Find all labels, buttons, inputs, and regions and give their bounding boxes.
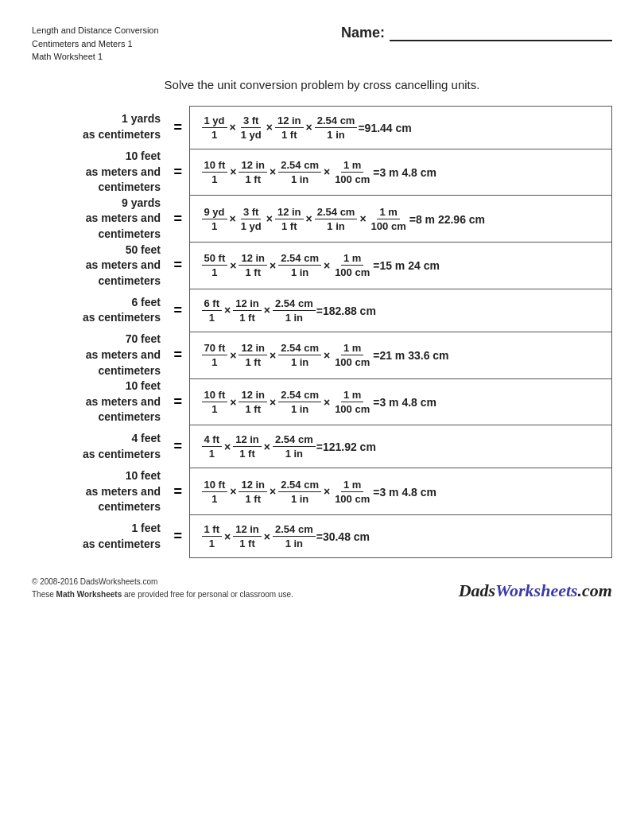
solution-1: 10 ft 1 × 12 in 1 ft × 2.54 cm 1 in × 1 …	[189, 149, 612, 196]
fraction: 1 m 100 cm	[332, 389, 372, 415]
times-icon: ×	[230, 259, 236, 272]
times-icon: ×	[270, 349, 276, 362]
title-line3: Math Worksheet 1	[32, 50, 159, 64]
result: =182.88 cm	[316, 304, 376, 316]
fraction: 6 ft 1	[202, 297, 223, 324]
times-icon: ×	[230, 121, 236, 134]
result: =3 m 4.8 cm	[373, 165, 436, 178]
equals-sign-2: =	[167, 196, 189, 243]
times-icon: ×	[264, 530, 270, 543]
fraction: 2.54 cm 1 in	[315, 206, 358, 232]
times-icon: ×	[264, 304, 270, 316]
times-icon: ×	[224, 530, 231, 543]
fraction: 10 ft 1	[202, 389, 228, 415]
title-line1: Length and Distance Conversion	[32, 24, 159, 37]
name-field: Name:	[341, 24, 612, 41]
solution-0: 1 yd 1 × 3 ft 1 yd × 12 in 1 ft × 2.54 c…	[189, 106, 612, 149]
times-icon: ×	[306, 121, 312, 134]
solution-8: 10 ft 1 × 12 in 1 ft × 2.54 cm 1 in × 1 …	[189, 468, 612, 515]
footer-left: © 2008-2016 DadsWorksheets.com These Mat…	[32, 576, 293, 601]
times-icon: ×	[324, 165, 330, 178]
fraction: 12 in 1 ft	[233, 523, 262, 549]
times-icon: ×	[224, 440, 231, 453]
problem-label-9: 1 feetas centimeters	[32, 515, 167, 558]
disclaimer: These Math Worksheets are provided free …	[32, 588, 293, 601]
times-icon: ×	[359, 212, 366, 225]
name-underline[interactable]	[390, 24, 612, 41]
times-icon: ×	[270, 485, 276, 498]
instructions-text: Solve the unit conversion problem by cro…	[32, 78, 612, 91]
fraction: 3 ft 1 yd	[239, 114, 264, 141]
footer: © 2008-2016 DadsWorksheets.com These Mat…	[32, 576, 612, 601]
fraction: 50 ft 1	[202, 252, 228, 278]
copyright: © 2008-2016 DadsWorksheets.com	[32, 576, 293, 588]
problems-table: 1 yardsas centimeters= 1 yd 1 × 3 ft 1 y…	[32, 106, 612, 559]
times-icon: ×	[324, 396, 330, 409]
times-icon: ×	[266, 121, 273, 134]
solution-4: 6 ft 1 × 12 in 1 ft × 2.54 cm 1 in =182.…	[189, 289, 612, 332]
equals-sign-8: =	[167, 468, 189, 515]
fraction: 1 m 100 cm	[332, 159, 372, 185]
fraction: 12 in 1 ft	[233, 297, 262, 324]
name-label: Name:	[341, 25, 385, 41]
fraction: 12 in 1 ft	[275, 206, 304, 232]
result: =3 m 4.8 cm	[373, 485, 436, 498]
fraction: 1 yd 1	[202, 114, 227, 141]
fraction: 70 ft 1	[202, 342, 228, 368]
times-icon: ×	[230, 165, 236, 178]
header-left: Length and Distance Conversion Centimete…	[32, 24, 159, 64]
times-icon: ×	[230, 349, 236, 362]
problem-label-2: 9 yardsas meters andcentimeters	[32, 196, 167, 243]
problem-label-1: 10 feetas meters andcentimeters	[32, 149, 167, 196]
fraction: 10 ft 1	[202, 479, 228, 505]
equals-sign-9: =	[167, 515, 189, 558]
times-icon: ×	[324, 349, 330, 362]
result: =8 m 22.96 cm	[409, 212, 485, 225]
fraction: 10 ft 1	[202, 159, 228, 185]
fraction: 2.54 cm 1 in	[273, 523, 316, 549]
fraction: 9 yd 1	[202, 206, 227, 232]
fraction: 12 in 1 ft	[239, 252, 267, 278]
header: Length and Distance Conversion Centimete…	[32, 24, 612, 64]
equals-sign-6: =	[167, 378, 189, 425]
result: =3 m 4.8 cm	[373, 396, 436, 409]
times-icon: ×	[230, 212, 236, 225]
times-icon: ×	[230, 396, 236, 409]
fraction: 2.54 cm 1 in	[278, 342, 321, 368]
times-icon: ×	[224, 304, 231, 316]
fraction: 1 m 100 cm	[332, 342, 372, 368]
equals-sign-4: =	[167, 289, 189, 332]
problem-label-0: 1 yardsas centimeters	[32, 106, 167, 149]
fraction: 3 ft 1 yd	[239, 206, 264, 232]
fraction: 12 in 1 ft	[239, 389, 267, 415]
footer-logo: DadsWorksheets.com	[459, 580, 612, 601]
times-icon: ×	[270, 259, 276, 272]
result: =121.92 cm	[316, 440, 376, 453]
problem-label-6: 10 feetas meters andcentimeters	[32, 378, 167, 425]
problem-label-5: 70 feetas meters andcentimeters	[32, 332, 167, 378]
times-icon: ×	[270, 396, 276, 409]
result: =21 m 33.6 cm	[373, 349, 448, 362]
problem-label-7: 4 feetas centimeters	[32, 425, 167, 468]
problem-label-4: 6 feetas centimeters	[32, 289, 167, 332]
fraction: 1 m 100 cm	[369, 206, 409, 232]
solution-3: 50 ft 1 × 12 in 1 ft × 2.54 cm 1 in × 1 …	[189, 243, 612, 289]
fraction: 12 in 1 ft	[275, 114, 304, 141]
fraction: 2.54 cm 1 in	[278, 389, 321, 415]
result: =15 m 24 cm	[373, 259, 440, 272]
fraction: 2.54 cm 1 in	[278, 252, 321, 278]
fraction: 12 in 1 ft	[239, 159, 267, 185]
solution-6: 10 ft 1 × 12 in 1 ft × 2.54 cm 1 in × 1 …	[189, 378, 612, 425]
result: =91.44 cm	[358, 121, 411, 134]
times-icon: ×	[264, 440, 270, 453]
solution-2: 9 yd 1 × 3 ft 1 yd × 12 in 1 ft × 2.54 c…	[189, 196, 612, 243]
fraction: 1 m 100 cm	[332, 252, 372, 278]
solution-9: 1 ft 1 × 12 in 1 ft × 2.54 cm 1 in =30.4…	[189, 515, 612, 558]
times-icon: ×	[270, 165, 276, 178]
title-line2: Centimeters and Meters 1	[32, 37, 159, 51]
equals-sign-5: =	[167, 332, 189, 378]
times-icon: ×	[266, 212, 273, 225]
worksheet-page: Length and Distance Conversion Centimete…	[0, 0, 644, 815]
fraction: 1 ft 1	[202, 523, 223, 549]
fraction: 4 ft 1	[202, 433, 223, 460]
